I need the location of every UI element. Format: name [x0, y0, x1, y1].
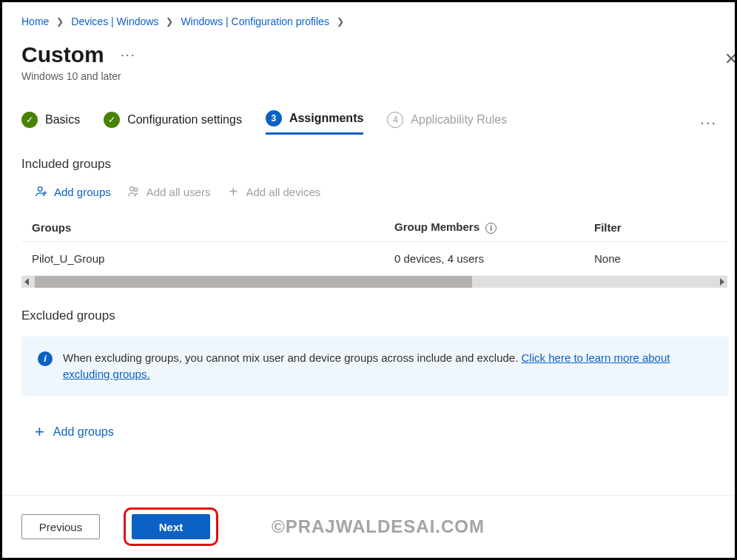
breadcrumb-config-profiles[interactable]: Windows | Configuration profiles	[181, 16, 329, 27]
info-icon[interactable]: i	[485, 223, 497, 234]
col-members[interactable]: Group Members i	[394, 220, 594, 234]
steps-more-button[interactable]: ···	[700, 114, 717, 131]
included-actions: Add groups Add all users + Add all devic…	[35, 185, 735, 198]
col-groups[interactable]: Groups	[32, 221, 394, 234]
svg-point-0	[38, 187, 42, 192]
page-title: Custom	[21, 42, 104, 67]
table-header: Groups Group Members i Filter	[21, 213, 729, 242]
title-more-button[interactable]: ···	[121, 47, 136, 63]
step-number-icon: 4	[387, 112, 403, 128]
step-assignments[interactable]: 3 Assignments	[266, 110, 363, 135]
cell-group: Pilot_U_Group	[32, 252, 394, 265]
add-excluded-groups-button[interactable]: + Add groups	[35, 422, 735, 442]
action-label: Add all devices	[246, 186, 320, 198]
next-button[interactable]: Next	[132, 514, 210, 539]
plus-icon: +	[35, 422, 44, 442]
cell-filter: None	[594, 252, 719, 265]
person-add-icon	[35, 185, 48, 198]
breadcrumb-devices-windows[interactable]: Devices | Windows	[71, 16, 158, 27]
chevron-right-icon: ❯	[56, 16, 64, 27]
annotation-highlight: Next	[124, 507, 218, 546]
add-all-devices-button[interactable]: + Add all devices	[226, 185, 320, 198]
svg-point-4	[134, 188, 138, 191]
chevron-right-icon: ❯	[166, 16, 173, 27]
step-config-settings[interactable]: ✓ Configuration settings	[104, 112, 242, 134]
step-label: Configuration settings	[127, 113, 242, 126]
step-basics[interactable]: ✓ Basics	[21, 112, 80, 134]
breadcrumb: Home ❯ Devices | Windows ❯ Windows | Con…	[21, 16, 735, 27]
horizontal-scrollbar[interactable]	[21, 276, 727, 288]
plus-icon: +	[226, 185, 240, 198]
step-number-icon: 3	[266, 110, 282, 126]
watermark-text: ©PRAJWALDESAI.COM	[272, 516, 485, 537]
page-subtitle: Windows 10 and later	[21, 70, 735, 82]
check-icon: ✓	[104, 112, 120, 128]
action-label: Add groups	[53, 425, 114, 439]
check-icon: ✓	[21, 112, 38, 128]
step-label: Basics	[45, 113, 80, 126]
close-icon[interactable]: ✕	[724, 50, 737, 69]
wizard-steps: ✓ Basics ✓ Configuration settings 3 Assi…	[21, 110, 735, 135]
action-label: Add groups	[54, 186, 111, 198]
cell-members: 0 devices, 4 users	[394, 252, 594, 265]
add-all-users-button[interactable]: Add all users	[127, 185, 211, 198]
included-groups-table: Groups Group Members i Filter Pilot_U_Gr…	[21, 213, 729, 276]
svg-point-3	[129, 187, 133, 191]
step-label: Assignments	[289, 112, 363, 125]
banner-text: When excluding groups, you cannot mix us…	[63, 350, 713, 382]
table-row[interactable]: Pilot_U_Group 0 devices, 4 users None	[21, 242, 729, 276]
step-applicability-rules[interactable]: 4 Applicability Rules	[387, 112, 507, 134]
breadcrumb-home[interactable]: Home	[21, 16, 49, 27]
add-groups-button[interactable]: Add groups	[35, 185, 111, 198]
previous-button[interactable]: Previous	[21, 514, 100, 539]
wizard-footer: Previous Next ©PRAJWALDESAI.COM	[2, 495, 735, 558]
included-groups-heading: Included groups	[21, 157, 735, 172]
excluded-groups-heading: Excluded groups	[21, 308, 735, 323]
info-icon: i	[38, 351, 53, 366]
action-label: Add all users	[147, 186, 211, 198]
col-filter[interactable]: Filter	[594, 221, 719, 234]
info-banner: i When excluding groups, you cannot mix …	[21, 337, 729, 396]
chevron-right-icon: ❯	[337, 16, 344, 27]
people-icon	[127, 185, 141, 198]
step-label: Applicability Rules	[411, 113, 507, 126]
